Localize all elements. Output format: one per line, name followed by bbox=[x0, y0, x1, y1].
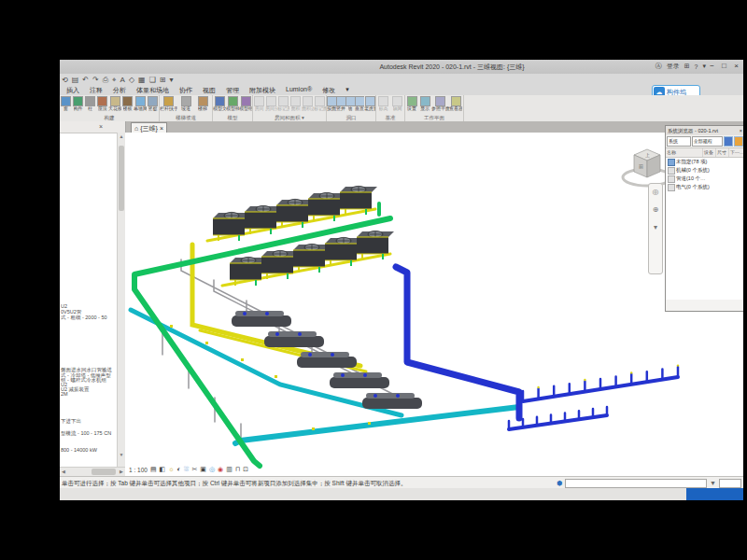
tab-modify[interactable]: 修改 bbox=[317, 85, 340, 95]
show-constraints-icon[interactable]: ⊓ bbox=[235, 465, 240, 474]
help-icon[interactable]: ? bbox=[695, 63, 698, 70]
ramp-button[interactable]: 坡道 bbox=[177, 95, 194, 115]
ceiling-button[interactable]: 天花板 bbox=[108, 95, 121, 115]
scale-control[interactable]: 1 : 100 bbox=[129, 467, 148, 473]
section-icon[interactable]: ▦ bbox=[138, 76, 146, 84]
panel-label-build[interactable]: 构建 bbox=[60, 115, 159, 121]
close-inactive-icon[interactable]: ⊞ bbox=[160, 76, 166, 84]
visual-style-icon[interactable]: ◧ bbox=[160, 465, 166, 474]
viewer-button[interactable]: 查看器 bbox=[449, 95, 462, 115]
ribbon-state-icon[interactable]: ▾ bbox=[341, 85, 354, 95]
temporary-view-properties-icon[interactable]: ▥ bbox=[226, 465, 233, 474]
navbar-expand-icon[interactable]: ▾ bbox=[654, 223, 657, 231]
3d-view-icon[interactable]: ◇ bbox=[129, 76, 134, 84]
panel-label-room-area[interactable]: 房间和面积 ▾ bbox=[253, 115, 326, 121]
project-browser-tree[interactable]: U2 0V5U2管 式 - 粗细 - 2000 - 50 侧面进水回水口管输送 … bbox=[60, 133, 118, 467]
column-equipment[interactable]: 设备 bbox=[703, 148, 716, 157]
tab-insert[interactable]: 插入 bbox=[62, 85, 84, 95]
tab-lumion[interactable]: Lumion® bbox=[281, 85, 317, 95]
store-icon[interactable]: ⊞ bbox=[684, 63, 690, 70]
area-boundary-button[interactable]: 面积边界 bbox=[302, 95, 314, 115]
rendering-icon[interactable]: ⛆ bbox=[184, 465, 190, 474]
grid-button[interactable]: 轴网 bbox=[390, 95, 404, 115]
model-text-button[interactable]: 模型文字 bbox=[213, 95, 226, 115]
tree-item[interactable]: 800 - 14000 kW bbox=[61, 447, 97, 453]
viewcube-top-face[interactable]: 上 bbox=[645, 152, 650, 158]
reveal-hidden-icon[interactable]: ◉ bbox=[218, 465, 223, 474]
text-icon[interactable]: A bbox=[120, 76, 125, 84]
login-button[interactable]: 登录 bbox=[667, 62, 680, 71]
measure-icon[interactable]: ⌖ bbox=[112, 76, 117, 85]
crop-view-icon[interactable]: ✂ bbox=[191, 465, 197, 474]
tag-room-button[interactable]: 标记房间 bbox=[277, 95, 289, 115]
tab-addins[interactable]: 附加模块 bbox=[245, 85, 280, 95]
project-browser-vscrollbar[interactable]: ▲▼ bbox=[117, 133, 125, 467]
pipe-system-blue[interactable] bbox=[396, 267, 678, 429]
tab-manage[interactable]: 管理 bbox=[221, 85, 244, 95]
tree-item[interactable]: 组 - 螺杆式冷水机组 bbox=[61, 377, 106, 383]
tab-view[interactable]: 视图 bbox=[198, 85, 220, 95]
navigation-bar[interactable]: ◎ ⊕ ▾ bbox=[648, 183, 663, 274]
drawing-area[interactable]: 上 前 ◎ ⊕ ▾ bbox=[125, 133, 743, 476]
worksets-field[interactable] bbox=[565, 479, 707, 488]
temporary-hide-isolate-icon[interactable]: ◎ bbox=[209, 465, 215, 474]
panel-label-model[interactable]: 模型 bbox=[213, 115, 252, 121]
mullion-button[interactable]: 竖梃 bbox=[147, 95, 159, 115]
autofit-icon[interactable] bbox=[724, 136, 733, 147]
roof-button[interactable]: 屋顶 bbox=[96, 95, 108, 115]
project-browser-hscrollbar[interactable]: ◀▶ bbox=[60, 467, 125, 476]
project-browser-close-icon[interactable]: × bbox=[99, 123, 103, 131]
column-name[interactable]: 名称 bbox=[666, 148, 703, 157]
system-row-piping[interactable]: 管道(10 个… bbox=[666, 175, 743, 183]
sync-icon[interactable]: ⟲ bbox=[62, 76, 68, 84]
restore-button[interactable]: □ bbox=[719, 61, 729, 71]
level-button[interactable]: 标高 bbox=[376, 95, 390, 115]
zoom-icon[interactable]: ⊕ bbox=[653, 205, 659, 214]
column-size[interactable]: 尺寸 bbox=[716, 148, 729, 157]
vertical-opening-button[interactable]: 垂直 bbox=[355, 95, 364, 115]
curtain-grid-button[interactable]: 幕墙网格 bbox=[134, 95, 147, 115]
panel-label-work-plane[interactable]: 工作平面 bbox=[405, 115, 463, 121]
tree-item[interactable]: 式 - 粗细 - 2000 - 50 bbox=[61, 315, 107, 320]
tab-analyze[interactable]: 分析 bbox=[108, 85, 131, 95]
detail-level-icon[interactable]: ▤ bbox=[150, 465, 157, 474]
save-icon[interactable]: ▤ bbox=[72, 76, 79, 84]
by-face-button[interactable]: 按面 bbox=[327, 95, 336, 115]
area-button[interactable]: 面积 bbox=[289, 95, 302, 115]
show-crop-icon[interactable]: ▣ bbox=[200, 465, 206, 474]
steering-wheel-icon[interactable]: ◎ bbox=[653, 188, 659, 196]
thin-lines-icon[interactable]: ❏ bbox=[149, 76, 156, 84]
shadows-icon[interactable]: ◐ bbox=[177, 465, 181, 474]
room-button[interactable]: 房间 bbox=[253, 95, 265, 115]
tab-collaborate[interactable]: 协作 bbox=[175, 85, 197, 95]
minimize-button[interactable]: − bbox=[707, 61, 717, 71]
show-work-plane-button[interactable]: 显示 bbox=[418, 95, 431, 115]
undo-icon[interactable]: ↶ bbox=[82, 76, 89, 84]
panel-label-datum[interactable]: 基准 bbox=[376, 115, 404, 121]
model-line-button[interactable]: 模型线 bbox=[226, 95, 239, 115]
column-next[interactable]: 下一… bbox=[729, 148, 743, 157]
floor-button[interactable]: 楼板 bbox=[121, 95, 134, 115]
help-dropdown-icon[interactable]: ▾ bbox=[702, 63, 706, 70]
print-icon[interactable]: ⎙ bbox=[103, 76, 108, 85]
redo-icon[interactable]: ↷ bbox=[92, 76, 99, 84]
dormer-button[interactable]: 老虎窗 bbox=[364, 95, 375, 115]
system-row-unassigned[interactable]: 未指定(78 项) bbox=[666, 158, 743, 166]
selection-filter-field[interactable] bbox=[719, 479, 741, 488]
sun-path-icon[interactable]: ☼ bbox=[168, 465, 174, 474]
ref-plane-button[interactable]: 参照平面 bbox=[431, 95, 449, 115]
tree-item[interactable]: 2M bbox=[61, 391, 68, 397]
wall-opening-button[interactable]: 墙 bbox=[345, 95, 355, 115]
shaft-button[interactable]: 竖井 bbox=[336, 95, 345, 115]
panel-label-opening[interactable]: 洞口 bbox=[327, 115, 375, 121]
worksharing-display-icon[interactable]: ⊡ bbox=[243, 465, 248, 474]
tab-massing-site[interactable]: 体量和场地 bbox=[132, 85, 174, 95]
autodesk-account-icon[interactable]: Ⓐ bbox=[655, 62, 662, 71]
system-browser-close-icon[interactable]: × bbox=[740, 126, 742, 135]
system-filter-select[interactable]: 系统 bbox=[667, 136, 691, 147]
panel-label-circulation[interactable]: 楼梯坡道 bbox=[160, 115, 212, 121]
close-button[interactable]: × bbox=[731, 61, 741, 71]
tab-annotate[interactable]: 注释 bbox=[85, 85, 107, 95]
tree-item[interactable]: 型横流 - 100 - 175 CN bbox=[61, 430, 111, 436]
model-group-button[interactable]: 模型组 bbox=[239, 95, 252, 115]
